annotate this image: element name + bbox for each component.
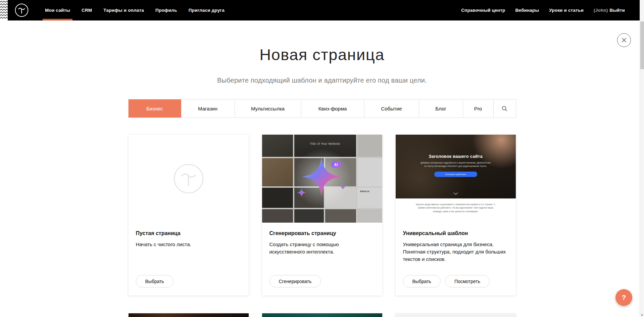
active-nav-underline xyxy=(43,19,72,20)
page-title: Новая страница xyxy=(0,45,644,64)
chevron-down-icon xyxy=(453,190,458,196)
nav-item-label: Вебинары xyxy=(515,8,539,13)
card-description: Начать с чистого листа. xyxy=(136,241,241,248)
user-name: (John) xyxy=(594,8,608,13)
card-blank-page: Пустая страница Начать с чистого листа. … xyxy=(129,135,249,296)
partial-card-thumbnail[interactable] xyxy=(262,313,382,317)
card-body: Универсальный шаблон Универсальная стран… xyxy=(396,223,516,296)
help-button[interactable]: ? xyxy=(615,289,632,306)
nav-item-label: Мои сайты xyxy=(45,8,70,13)
nav-item-label: CRM xyxy=(82,8,92,13)
close-icon xyxy=(622,38,627,43)
zigzag-decoration xyxy=(0,0,8,20)
nav-item-crm[interactable]: CRM xyxy=(76,0,98,20)
card-title: Пустая страница xyxy=(136,230,241,236)
choose-button[interactable]: Выбрать xyxy=(403,275,441,287)
tab-pro[interactable]: Pro xyxy=(463,99,494,118)
nav-item-invite-friend[interactable]: Пригласи друга xyxy=(183,0,230,20)
card-actions: Выбрать Посмотреть xyxy=(403,275,508,287)
generate-button[interactable]: Сгенерировать xyxy=(269,275,321,287)
tilda-watermark-icon xyxy=(173,163,204,194)
tilda-logo[interactable] xyxy=(15,3,29,17)
nav-item-label: Справочный центр xyxy=(461,8,505,13)
template-category-tabs: Бизнес Магазин Мультиссылка Квиз-форма С… xyxy=(128,99,516,118)
tab-multilink[interactable]: Мультиссылка xyxy=(235,99,301,118)
new-page-dialog: Новая страница Выберите подходящий шабло… xyxy=(0,20,644,317)
card-description: Создать страницу с помощью искусственног… xyxy=(269,241,375,256)
nav-item-label: Профиль xyxy=(155,8,177,13)
card-title: Универсальный шаблон xyxy=(403,230,508,236)
card-body: Сгенерировать страницу Создать страницу … xyxy=(262,223,382,296)
close-button[interactable] xyxy=(617,33,631,47)
nav-item-webinars[interactable]: Вебинары xyxy=(510,8,544,13)
template-preview-heading: Заголовок вашего сайта xyxy=(396,154,516,159)
preview-button[interactable]: Посмотреть xyxy=(445,275,490,287)
nav-item-lessons[interactable]: Уроки и статьи xyxy=(544,8,589,13)
choose-button[interactable]: Выбрать xyxy=(136,275,174,287)
ai-badge: AI xyxy=(331,162,341,168)
card-ai-generate: Title of Your Website About xyxy=(262,135,382,296)
navbar-left-menu: Мои сайты CRM Тарифы и оплата Профиль Пр… xyxy=(39,0,230,20)
tab-event[interactable]: Событие xyxy=(364,99,419,118)
nav-item-profile[interactable]: Профиль xyxy=(150,0,183,20)
search-icon xyxy=(502,106,507,111)
vertical-scrollbar[interactable]: ▼ xyxy=(640,0,644,317)
next-cards-row-partial xyxy=(129,313,516,317)
nav-item-tariffs[interactable]: Тарифы и оплата xyxy=(98,0,150,20)
nav-item-label: Уроки и статьи xyxy=(549,8,584,13)
scrollbar-down-arrow[interactable]: ▼ xyxy=(640,314,644,317)
tilda-logo-icon xyxy=(15,3,29,17)
page-subtitle: Выберите подходящий шаблон и адаптируйте… xyxy=(0,77,644,84)
template-preview-body: Коротко представьтесь и расскажите о ком… xyxy=(396,198,516,223)
tab-quiz-form[interactable]: Квиз-форма xyxy=(301,99,364,118)
ai-generate-thumbnail: Title of Your Website About xyxy=(262,135,382,223)
ai-sparkle xyxy=(262,135,382,223)
partial-card-thumbnail[interactable] xyxy=(396,313,516,317)
card-description: Универсальная страница для бизнеса. Поня… xyxy=(403,241,508,263)
nav-item-my-sites[interactable]: Мои сайты xyxy=(39,0,76,20)
nav-item-logout[interactable]: (John) Выйти xyxy=(589,8,630,13)
partial-card-thumbnail[interactable] xyxy=(129,313,249,317)
tab-business[interactable]: Бизнес xyxy=(129,99,181,118)
card-actions: Сгенерировать xyxy=(269,275,375,287)
template-preview-hero: Заголовок вашего сайта Добавьте интересн… xyxy=(396,135,516,198)
nav-item-label: Тарифы и оплата xyxy=(103,8,144,13)
scrollbar-thumb[interactable] xyxy=(640,21,644,69)
template-preview-cta-button: Основное действие xyxy=(434,172,477,177)
tab-search[interactable] xyxy=(494,99,516,118)
template-preview-subtext: Добавьте интересные подробности о вашей … xyxy=(419,161,492,168)
blank-page-thumbnail xyxy=(129,135,249,223)
nav-item-help-center[interactable]: Справочный центр xyxy=(456,8,510,13)
tab-shop[interactable]: Магазин xyxy=(181,99,235,118)
universal-template-thumbnail: Заголовок вашего сайта Добавьте интересн… xyxy=(396,135,516,223)
top-navbar: Мои сайты CRM Тарифы и оплата Профиль Пр… xyxy=(0,0,644,20)
card-universal-template: Заголовок вашего сайта Добавьте интересн… xyxy=(396,135,516,296)
logout-label: Выйти xyxy=(610,8,625,13)
card-title: Сгенерировать страницу xyxy=(269,230,375,236)
template-cards-row: Пустая страница Начать с чистого листа. … xyxy=(129,135,516,296)
navbar-right-menu: Справочный центр Вебинары Уроки и статьи… xyxy=(456,8,644,13)
template-preview-text: Коротко представьтесь и расскажите о ком… xyxy=(414,203,497,213)
tab-blog[interactable]: Блог xyxy=(419,99,463,118)
ai-sparkle-icon xyxy=(291,152,353,206)
card-actions: Выбрать xyxy=(136,275,241,287)
nav-item-label: Пригласи друга xyxy=(189,8,225,13)
card-body: Пустая страница Начать с чистого листа. … xyxy=(129,223,249,296)
zigzag-pattern-icon xyxy=(0,0,8,20)
